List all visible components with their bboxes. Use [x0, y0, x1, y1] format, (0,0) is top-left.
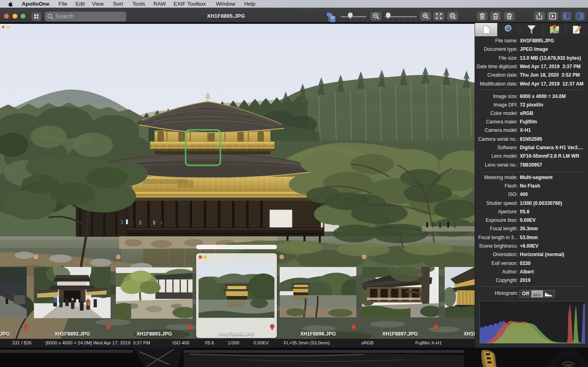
svg-text:JPEG: JPEG: [493, 16, 498, 18]
svg-text:RAW: RAW: [507, 16, 512, 18]
